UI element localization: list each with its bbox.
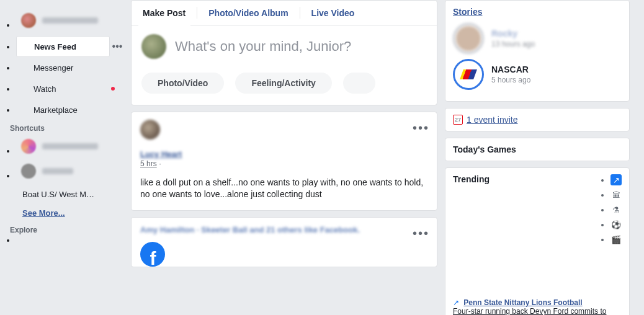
story-item[interactable]: NASCAR 5 hours ago (453, 59, 622, 90)
composer-tabs: Make Post Photo/Video Album Live Video (132, 1, 437, 25)
post-timestamp[interactable]: 5 hrs (140, 159, 157, 168)
feed-post: ••• Lucy Heart 5 hrs · like a doll put o… (131, 112, 437, 211)
composer-action-photo-video[interactable]: Photo/Video (141, 73, 224, 94)
post-activity-line: Amy Hamilton · Skeeter Ball and 21 other… (140, 225, 428, 234)
story-time: 13 hours ago (491, 40, 535, 48)
shortcut-label: Boat U.S/ West M… (22, 190, 94, 199)
notification-dot-icon (111, 87, 115, 91)
events-card: 27 1 event invite (445, 108, 630, 131)
story-item[interactable]: Rocky 13 hours ago (453, 23, 622, 54)
games-card: Today's Games (445, 138, 630, 161)
tab-live-video[interactable]: Live Video (300, 7, 366, 19)
shortcut-label-blurred (42, 143, 98, 149)
story-author: NASCAR (491, 64, 530, 74)
sidebar-profile[interactable] (16, 5, 125, 36)
post-author-link[interactable]: Lucy Heart (140, 149, 182, 159)
trending-headline[interactable]: Penn State Nittany Lions Football (463, 298, 582, 307)
stories-link[interactable]: Stories (453, 7, 482, 17)
trending-filter-politics-icon[interactable]: 🏛 (610, 189, 622, 200)
shortcut-item[interactable] (16, 134, 125, 159)
avatar-icon (141, 34, 166, 59)
trending-arrow-icon: ↗ (453, 298, 459, 307)
composer-action-more[interactable] (343, 73, 375, 94)
main-feed: Make Post Photo/Video Album Live Video W… (127, 0, 441, 315)
profile-name-blurred (42, 17, 98, 24)
trending-description: Four-star running back Devyn Ford commit… (453, 307, 606, 315)
calendar-icon: 27 (453, 115, 463, 125)
left-sidebar: News Feed ••• Messenger Watch Marketplac… (0, 0, 127, 315)
sidebar-item-news-feed[interactable]: News Feed (16, 36, 110, 57)
shortcut-item[interactable] (16, 159, 125, 184)
composer-action-feeling-activity[interactable]: Feeling/Activity (235, 73, 331, 94)
trending-filter-science-icon[interactable]: ⚗ (610, 204, 622, 215)
sidebar-label: Watch (34, 84, 56, 94)
shortcut-item-boat[interactable]: Boat U.S/ West M… (5, 184, 125, 205)
sidebar-label: Marketplace (34, 105, 78, 115)
games-title: Today's Games (453, 144, 622, 154)
sidebar-item-marketplace[interactable]: Marketplace (16, 99, 125, 120)
trending-filter-top-icon[interactable]: ↗ (610, 174, 622, 185)
post-body: like a doll put on a shelf...no one want… (140, 177, 428, 200)
facebook-logo-icon (140, 242, 165, 267)
trending-filter-sports-icon[interactable]: ⚽ (610, 219, 622, 230)
sidebar-item-watch[interactable]: Watch (16, 78, 125, 99)
composer-card: Make Post Photo/Video Album Live Video W… (131, 0, 437, 105)
news-feed-options-icon[interactable]: ••• (110, 41, 125, 52)
sidebar-label: News Feed (34, 42, 76, 51)
story-avatar-ring-icon (453, 59, 484, 90)
shortcuts-see-more[interactable]: See More... (5, 205, 125, 222)
group-avatar-icon (21, 139, 36, 154)
tab-make-post[interactable]: Make Post (132, 1, 197, 25)
feed-post: ••• Amy Hamilton · Skeeter Ball and 21 o… (131, 217, 437, 267)
shortcuts-header: Shortcuts (5, 120, 125, 134)
trending-filter-entertainment-icon[interactable]: 🎬 (610, 234, 622, 245)
avatar-icon (21, 13, 36, 28)
story-avatar-ring-icon (453, 23, 484, 54)
tab-photo-video-album[interactable]: Photo/Video Album (197, 7, 299, 19)
nascar-logo-icon (460, 69, 477, 79)
stories-card: Stories Rocky 13 hours ago NASCAR 5 hour… (445, 0, 630, 102)
composer-input[interactable]: What's on your mind, Junior? (175, 38, 427, 55)
story-time: 5 hours ago (491, 76, 530, 84)
avatar-icon (140, 120, 160, 140)
sidebar-label: Messenger (34, 63, 73, 73)
sidebar-item-messenger[interactable]: Messenger (16, 57, 125, 78)
group-avatar-icon (21, 164, 36, 179)
trending-card: Trending ↗ 🏛 ⚗ ⚽ 🎬 ↗ Penn State Nittany … (445, 167, 630, 315)
trending-title: Trending (453, 174, 490, 184)
post-options-icon[interactable]: ••• (413, 121, 429, 135)
story-author: Rocky (491, 29, 535, 38)
shortcut-label-blurred (42, 168, 73, 174)
trending-item[interactable]: ↗ Penn State Nittany Lions Football Four… (453, 298, 622, 315)
explore-header: Explore (5, 222, 125, 236)
event-invite-link[interactable]: 1 event invite (467, 115, 518, 125)
right-rail: Stories Rocky 13 hours ago NASCAR 5 hour… (441, 0, 633, 315)
